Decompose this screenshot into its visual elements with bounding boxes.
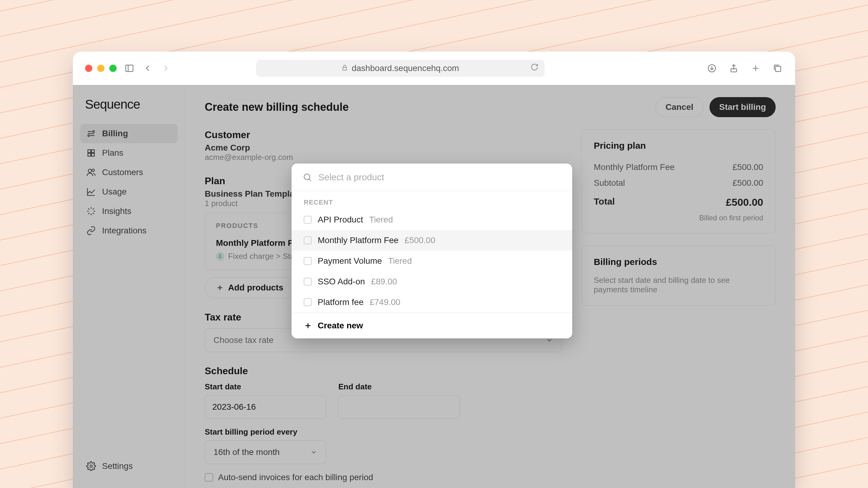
browser-toolbar: dashboard.sequencehq.com <box>73 52 795 85</box>
svg-rect-0 <box>126 65 133 71</box>
dropdown-search <box>291 164 572 191</box>
maximize-window-icon[interactable] <box>109 65 117 72</box>
svg-point-36 <box>304 174 310 180</box>
forward-icon[interactable] <box>160 63 171 74</box>
traffic-lights <box>85 65 117 72</box>
dropdown-item-name: Platform fee <box>318 297 364 307</box>
product-search-input[interactable] <box>318 172 561 183</box>
dropdown-item-api-product[interactable]: API Product Tiered <box>291 209 572 230</box>
dropdown-item-meta: £500.00 <box>405 235 435 245</box>
checkbox-icon <box>304 236 312 244</box>
create-new-label: Create new <box>318 321 363 330</box>
svg-rect-8 <box>775 66 780 71</box>
search-icon <box>303 172 312 182</box>
dropdown-item-name: API Product <box>318 215 363 225</box>
new-tab-icon[interactable] <box>750 63 761 74</box>
share-icon[interactable] <box>728 63 739 74</box>
app-shell: Sequence Billing Plans Customers Usage I… <box>73 85 795 488</box>
dropdown-item-monthly-platform-fee[interactable]: Monthly Platform Fee £500.00 <box>291 230 572 251</box>
url-bar[interactable]: dashboard.sequencehq.com <box>256 60 545 77</box>
browser-window: dashboard.sequencehq.com Sequence Billin… <box>73 52 795 488</box>
dropdown-item-sso-addon[interactable]: SSO Add-on £89.00 <box>291 271 572 292</box>
tabs-icon[interactable] <box>772 63 783 74</box>
minimize-window-icon[interactable] <box>97 65 104 72</box>
dropdown-item-name: SSO Add-on <box>318 277 365 287</box>
url-text: dashboard.sequencehq.com <box>352 63 459 73</box>
dropdown-item-name: Payment Volume <box>318 256 382 266</box>
sidebar-toggle-icon[interactable] <box>124 63 135 74</box>
refresh-icon[interactable] <box>531 63 538 73</box>
svg-rect-2 <box>343 67 347 70</box>
dropdown-item-meta: Tiered <box>369 215 393 225</box>
dropdown-item-platform-fee[interactable]: Platform fee £749.00 <box>291 292 572 313</box>
close-window-icon[interactable] <box>85 65 92 72</box>
checkbox-icon <box>304 257 312 265</box>
checkbox-icon <box>304 216 312 224</box>
svg-line-37 <box>309 179 311 181</box>
back-icon[interactable] <box>142 63 153 74</box>
plus-icon <box>304 321 312 330</box>
checkbox-icon <box>304 298 312 306</box>
download-icon[interactable] <box>706 63 717 74</box>
dropdown-create-new[interactable]: Create new <box>291 313 572 338</box>
dropdown-item-meta: £89.00 <box>371 277 397 287</box>
dropdown-item-meta: £749.00 <box>370 297 400 307</box>
dropdown-section-label: RECENT <box>291 191 572 209</box>
lock-icon <box>341 63 348 73</box>
checkbox-icon <box>304 278 312 286</box>
dropdown-item-payment-volume[interactable]: Payment Volume Tiered <box>291 251 572 271</box>
dropdown-item-meta: Tiered <box>388 256 412 266</box>
product-dropdown: RECENT API Product Tiered Monthly Platfo… <box>291 164 572 338</box>
dropdown-item-name: Monthly Platform Fee <box>318 235 399 245</box>
